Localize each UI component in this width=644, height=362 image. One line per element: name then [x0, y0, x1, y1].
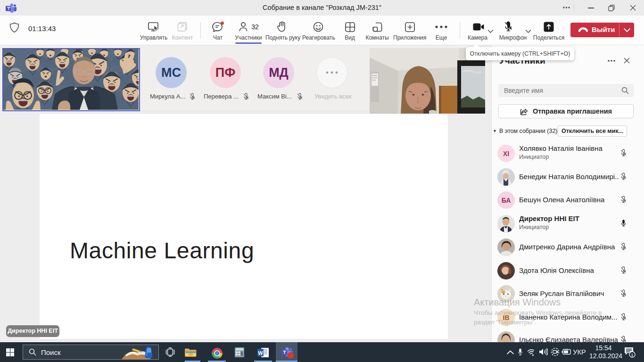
svg-text:W: W	[258, 350, 263, 356]
svg-text:1: 1	[631, 352, 633, 357]
